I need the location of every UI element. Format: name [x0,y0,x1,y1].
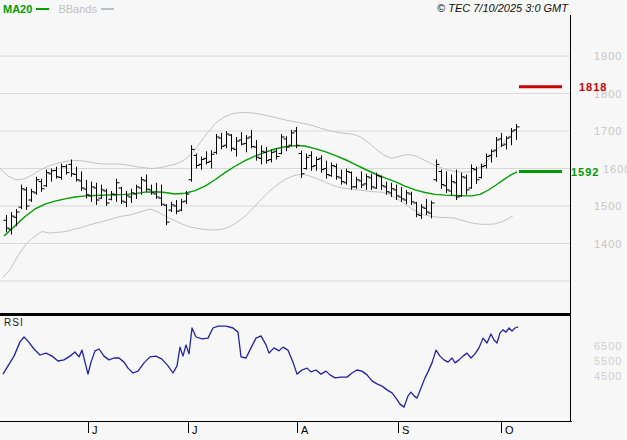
ohlc-bar [154,183,160,199]
ohlc-bar [444,172,450,193]
month-label-0: J [92,424,98,436]
ohlc-bar [29,189,35,202]
ohlc-bar [309,151,315,171]
ohlc-bar [464,175,470,195]
ohlc-bar [114,179,120,202]
ohlc-bar [149,185,155,195]
ohlc-bar [209,150,215,168]
ohlc-bar [334,164,340,180]
ohlc-bar [94,183,100,205]
ohlc-bar [229,134,235,151]
ohlc-bar [224,131,230,148]
month-label-4: O [505,424,514,436]
ohlc-bar [459,173,465,197]
ohlc-bar [279,134,285,154]
bbands-line-swatch-icon [101,8,114,10]
ohlc-bar [514,124,520,140]
ohlc-bar [204,151,210,164]
ohlc-bar [219,133,225,150]
ohlc-bar [14,209,20,226]
support-price-label: 1592 [571,166,599,178]
ma20-line [4,146,517,236]
price-axis-label-1400: 1400 [594,238,622,250]
ohlc-bar [164,204,170,225]
ohlc-bar [369,174,375,190]
month-label-1: J [192,424,198,436]
ohlc-bar [59,164,65,180]
ohlc-bar [44,170,50,187]
ohlc-bar [364,174,370,190]
price-axis-label-1700: 1700 [594,125,622,137]
legend-ma20-label: MA20 [3,3,32,15]
legend-bbands-label: BBands [58,3,97,15]
ohlc-bar [264,147,270,164]
ohlc-bar [254,140,260,161]
ohlc-bar [169,202,175,212]
ohlc-bar [144,175,150,192]
ohlc-bar [104,189,110,206]
price-axis-label-1500: 1500 [594,200,622,212]
rsi-line [3,326,518,407]
ohlc-bar [159,185,165,206]
month-label-3: S [402,424,409,436]
ohlc-bar [39,179,45,192]
ohlc-bar [244,135,250,152]
ohlc-bar [119,187,125,204]
ohlc-bar [89,182,95,202]
ohlc-bar [109,191,115,200]
bollinger-lower-band [3,174,513,277]
ohlc-bar [434,160,440,182]
legend: MA20 BBands [3,3,120,15]
chart-canvas [0,0,627,440]
price-axis-label-1900: 1900 [594,50,622,62]
ohlc-bar [299,151,305,178]
ohlc-bar [354,177,360,189]
ohlc-bar [504,136,510,149]
ohlc-bar [449,175,455,196]
ohlc-bar [494,137,500,157]
ohlc-bar [174,200,180,214]
month-label-2: A [301,424,308,436]
ohlc-bar [194,154,200,169]
ohlc-bar [489,149,495,162]
ohlc-bar [284,136,290,151]
ohlc-bar [249,130,255,148]
price-axis-label-1600: 1600 [603,163,627,175]
ohlc-bar [319,155,325,172]
rsi-axis-label-5500: 5500 [594,355,622,367]
ohlc-bar [64,164,70,174]
ohlc-bar [19,185,25,209]
copyright-notice: © TEC 7/10/2025 3:0 GMT [437,2,568,14]
rsi-axis-label-4500: 4500 [594,370,622,382]
bollinger-upper-band [0,113,515,180]
ohlc-bar [214,134,220,154]
resistance-price-label: 1818 [579,81,607,93]
stock-chart-page: MA20 BBands © TEC 7/10/2025 3:0 GMT RSI … [0,0,627,440]
ohlc-bar [134,185,140,199]
ohlc-bar [344,169,350,185]
ohlc-bar [474,167,480,184]
rsi-axis-label-6500: 6500 [594,340,622,352]
ohlc-bar [99,185,105,199]
ma20-line-swatch-icon [36,8,49,10]
rsi-pane-label: RSI [4,317,24,328]
ohlc-bar [404,190,410,204]
ohlc-bar [79,172,85,192]
ohlc-bar [289,130,295,147]
ohlc-bar [304,154,310,170]
